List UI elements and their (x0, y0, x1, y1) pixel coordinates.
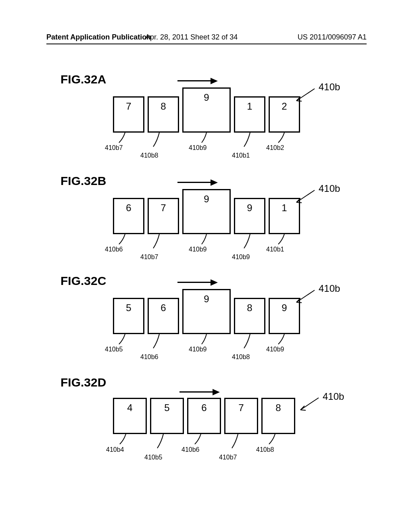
header-center: Apr. 28, 2011 Sheet 32 of 34 (145, 33, 238, 42)
box-a-4: 1 (234, 96, 265, 133)
header-rule (46, 44, 367, 44)
label-a-3: 410b9 (189, 144, 207, 152)
label-a-2: 410b8 (140, 152, 159, 159)
box-row-d: 4 5 6 7 8 (113, 398, 295, 434)
figure-title-c: FIG.32C (60, 274, 106, 288)
box-d-2: 5 (150, 398, 184, 434)
box-b-1: 6 (113, 198, 144, 234)
label-a-1: 410b7 (105, 144, 123, 152)
label-c-4: 410b8 (232, 353, 250, 361)
box-d-4: 7 (224, 398, 258, 434)
leader-lines-d (113, 434, 307, 458)
label-b-4: 410b9 (232, 254, 250, 261)
label-b-3: 410b9 (189, 246, 207, 253)
box-a-2: 8 (148, 96, 179, 133)
side-label-b: 410b (319, 183, 340, 194)
box-a-3: 9 (182, 87, 231, 133)
label-c-2: 410b6 (140, 353, 159, 361)
label-a-5: 410b2 (266, 144, 284, 152)
box-c-4: 8 (234, 298, 265, 334)
box-b-4: 9 (234, 198, 265, 234)
figure-title-d: FIG.32D (60, 376, 106, 389)
box-a-1: 7 (113, 96, 144, 133)
box-row-b: 6 7 9 9 1 (113, 189, 300, 234)
label-c-3: 410b9 (189, 346, 207, 353)
label-b-5: 410b1 (266, 246, 284, 253)
box-d-3: 6 (187, 398, 221, 434)
box-row-c: 5 6 9 8 9 (113, 289, 300, 334)
label-d-4: 410b7 (219, 454, 237, 461)
direction-arrow-a (177, 77, 218, 85)
side-label-a: 410b (319, 81, 340, 93)
box-c-1: 5 (113, 298, 144, 334)
figure-title-a: FIG.32A (60, 73, 106, 86)
label-b-1: 410b6 (105, 246, 123, 253)
label-a-4: 410b1 (232, 152, 250, 159)
header-left: Patent Application Publication (46, 33, 151, 41)
label-d-3: 410b6 (181, 446, 200, 453)
box-d-5: 8 (261, 398, 295, 434)
direction-arrow-d (179, 388, 220, 396)
figure-title-b: FIG.32B (60, 174, 106, 188)
label-c-1: 410b5 (105, 346, 123, 353)
side-label-c: 410b (319, 283, 340, 294)
box-c-3: 9 (182, 289, 231, 334)
direction-arrow-b (177, 178, 218, 186)
side-label-d: 410b (323, 391, 344, 402)
label-d-5: 410b8 (256, 446, 274, 453)
label-c-5: 410b9 (266, 346, 284, 353)
label-d-1: 410b4 (106, 446, 124, 453)
label-b-2: 410b7 (140, 254, 159, 261)
box-c-2: 6 (148, 298, 179, 334)
box-d-1: 4 (113, 398, 147, 434)
box-row-a: 7 8 9 1 2 (113, 87, 300, 133)
page-header: Patent Application Publication Apr. 28, … (0, 33, 413, 44)
label-d-2: 410b5 (144, 454, 163, 461)
box-b-2: 7 (148, 198, 179, 234)
header-right: US 2011/0096097 A1 (298, 33, 367, 42)
box-b-3: 9 (182, 189, 231, 234)
direction-arrow-c (177, 278, 218, 286)
